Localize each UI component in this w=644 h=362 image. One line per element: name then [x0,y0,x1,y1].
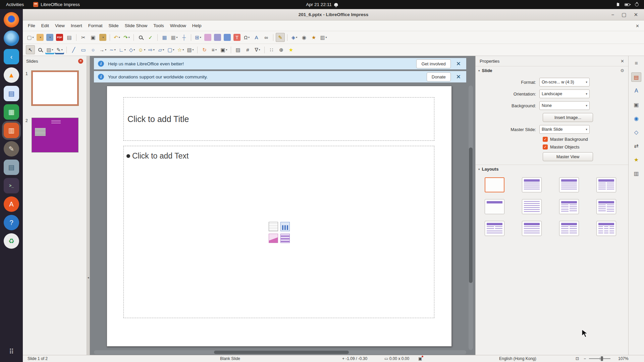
menu-help[interactable]: Help [189,21,205,30]
line-color-icon[interactable]: ✎▾ [55,45,64,54]
clock-button[interactable]: Apr 21 22:11 [306,2,338,7]
animation-icon[interactable]: ★ [286,45,296,54]
menu-format[interactable]: Format [85,21,106,30]
insert-image-placeholder-icon[interactable] [269,234,278,243]
display-views-icon[interactable]: ▥▾ [319,33,328,42]
insert-textbox-icon[interactable]: T [233,34,240,41]
zoom-out-icon[interactable]: − [584,356,586,361]
open-icon[interactable]: ▾ [37,34,44,41]
title-placeholder[interactable]: Click to add Title [123,97,434,141]
snap-to-grid-icon-dropdown[interactable]: ▾ [176,36,178,39]
line-color-icon-dropdown[interactable]: ▾ [61,48,63,51]
menu-window[interactable]: Window [167,21,189,30]
horizontal-scrollbar[interactable] [94,350,466,354]
pane-splitter[interactable]: ◂ [87,56,90,355]
insert-table-icon[interactable]: ⊞▾ [194,33,203,42]
display-grid-icon[interactable]: ▦ [160,33,169,42]
image-filter-icon[interactable]: ∇▾ [253,45,262,54]
insert-media-icon[interactable] [214,34,221,41]
slide-1-thumbnail[interactable] [32,71,78,106]
gimp-icon[interactable]: ✎ [4,141,19,157]
3d-objects-icon-dropdown[interactable]: ▾ [193,48,194,51]
get-involved-button[interactable]: Get involved [416,59,450,68]
open-icon-dropdown[interactable]: ▾ [40,36,41,39]
cut-icon[interactable]: ✂ [79,33,88,42]
curves-polygons-icon[interactable]: ∼▾ [108,45,117,54]
shapes-icon-dropdown[interactable]: ▾ [296,36,297,39]
arrange-icon[interactable]: ▣▾ [219,45,228,54]
insert-chart-placeholder-icon[interactable] [280,222,290,231]
glue-points-icon[interactable]: ⊕ [277,45,286,54]
stars-banners-icon[interactable]: ☆▾ [176,45,185,54]
lines-arrows-icon[interactable]: →▾ [98,45,107,54]
infobar-close-icon[interactable]: ✕ [455,73,462,80]
animation-preview-icon[interactable]: ★ [309,33,318,42]
tab-navigator[interactable]: ◉ [631,114,641,123]
flowchart-icon-dropdown[interactable]: ▾ [163,48,164,51]
language-status[interactable]: English (Hong Kong) [499,356,536,361]
block-arrows-icon-dropdown[interactable]: ▾ [153,48,155,51]
basic-shapes-icon-dropdown[interactable]: ▾ [133,48,135,51]
slide-thumbnail-row-2[interactable]: 2 [24,118,87,153]
align-objects-icon-dropdown[interactable]: ▾ [215,48,217,51]
unsaved-changes-icon[interactable]: ▣ [418,356,422,361]
zoom-slider-thumb[interactable] [601,356,603,361]
rectangle-icon[interactable]: ▭ [79,45,88,54]
rotate-icon[interactable]: ↻ [200,45,209,54]
master-background-checkbox-row[interactable]: ✓ Master Background [543,137,628,142]
undo-icon[interactable]: ↶▾ [112,33,121,42]
snap-to-grid-icon[interactable]: ▦▾ [170,33,179,42]
special-character-icon[interactable]: Ω▾ [242,33,251,42]
tab-shapes[interactable]: ◇ [631,127,641,137]
layout-title-2-content[interactable] [596,177,616,192]
infobar-close-icon[interactable]: ✕ [455,60,462,67]
layout-centered-text[interactable] [522,199,542,214]
layout-title-2content-over-content[interactable] [485,221,504,236]
basic-shapes-icon[interactable]: ◇▾ [127,45,137,54]
tab-styles[interactable]: A [631,86,641,96]
symbol-shapes-icon[interactable]: ☺▾ [137,45,146,54]
ubuntu-software-icon[interactable]: A [4,196,19,212]
3d-objects-icon[interactable]: ▧▾ [186,45,195,54]
show-draw-functions-icon[interactable]: ✎ [276,33,285,42]
thunderbird-icon[interactable] [4,31,19,46]
slide-2-thumbnail[interactable] [32,118,78,153]
insert-media-placeholder-icon[interactable] [280,234,290,243]
redo-icon[interactable]: ↷▾ [122,33,131,42]
background-select[interactable]: None ▾ [539,101,590,110]
insert-table-icon-dropdown[interactable]: ▾ [200,36,201,39]
special-character-icon-dropdown[interactable]: ▾ [248,36,250,39]
zoom-percentage[interactable]: 107% [618,356,629,361]
symbol-shapes-icon-dropdown[interactable]: ▾ [144,48,145,51]
firefox-icon[interactable] [4,12,19,27]
horizontal-scrollbar-thumb[interactable] [214,351,349,354]
splitter-collapse-icon[interactable]: ◂ [88,276,89,279]
master-background-checkbox[interactable]: ✓ [543,137,548,142]
libreoffice-writer-icon[interactable]: ▤ [4,86,19,101]
export-pdf-icon[interactable]: PDF [56,34,63,41]
image-filter-icon-dropdown[interactable]: ▾ [259,48,260,51]
vscode-icon[interactable]: ‹ [4,49,19,64]
hyperlink-icon[interactable]: ∞ [262,33,271,42]
insert-image-button[interactable]: Insert Image... [543,113,593,122]
menu-file[interactable]: File [25,21,38,30]
layout-blank[interactable] [485,177,504,192]
panel-settings-icon[interactable]: ⚙ [620,68,624,73]
new-document-icon[interactable]: ▢▾ [26,33,35,42]
trash-icon[interactable]: ♻ [4,233,19,249]
fontwork-icon[interactable]: A [252,33,261,42]
master-objects-checkbox-row[interactable]: ✓ Master Objects [543,144,628,149]
ellipse-icon[interactable]: ○ [89,45,98,54]
align-objects-icon[interactable]: ≡▾ [210,45,219,54]
layout-title-content[interactable] [559,177,579,192]
tab-gallery[interactable]: ▣ [631,100,641,109]
crop-icon[interactable]: # [243,45,252,54]
fit-slide-icon[interactable]: ⊡ [576,356,579,361]
slide-editing-surface[interactable]: Click to add Title Click to add Text [107,86,452,347]
block-arrows-icon[interactable]: ⇨▾ [147,45,156,54]
focused-app-menu[interactable]: LibreOffice Impress [30,2,83,7]
orientation-select[interactable]: Landscape ▾ [539,89,590,98]
helplines-icon[interactable]: ┼ [179,33,189,42]
slide-thumbnail-row-1[interactable]: 1 [24,71,87,106]
insert-line-icon[interactable]: ╱ [69,45,78,54]
